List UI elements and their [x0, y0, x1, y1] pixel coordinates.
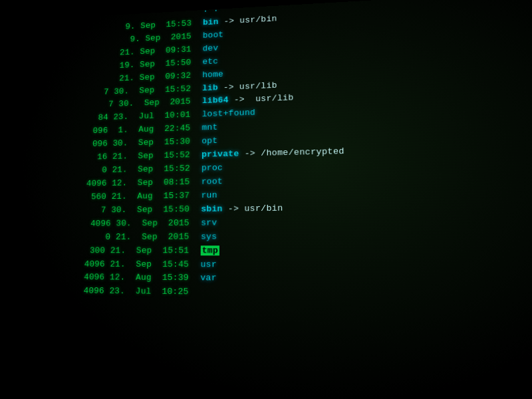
tmp-entry: tmp — [201, 245, 219, 255]
etc-entry: etc — [202, 57, 218, 66]
mnt-entry: mnt — [201, 122, 217, 132]
private-arrow: -> /home/encrypted — [239, 146, 344, 158]
var-entry: var — [200, 273, 217, 283]
line-5-left: 21. Sep 09:32 — [119, 70, 191, 83]
lostfound-entry: lost+found — [202, 108, 256, 119]
bin-entry: bin — [203, 17, 219, 27]
line-21-left: 4096 23. Jul 10:25 — [84, 286, 189, 297]
line-blank-left — [187, 6, 192, 15]
line-1-left: 9. Sep 15:53 — [125, 19, 192, 31]
line-9-left: 096 1. Aug 22:45 — [92, 124, 190, 136]
line-20-left: 4096 12. Aug 15:39 — [84, 273, 189, 283]
bin-arrow: -> usr/bin — [219, 14, 277, 27]
private-entry: private — [201, 149, 239, 160]
lib64-arrow: -> usr/lib — [229, 93, 294, 105]
line-7-left: 7 30. Sep 2015 — [108, 97, 191, 110]
line-13-left: 4096 12. Sep 08:15 — [86, 177, 190, 188]
line-16-left: 4096 30. Sep 2015 — [90, 218, 190, 229]
boot-entry: boot — [203, 30, 224, 41]
line-15-left: 7 30. Sep 15:50 — [101, 204, 190, 215]
dots-line: . . — [203, 4, 219, 14]
line-10-left: 096 30. Sep 15:30 — [92, 137, 190, 149]
sys-entry: sys — [201, 231, 217, 241]
run-entry: run — [201, 190, 217, 200]
line-2-left: 9. Sep 2015 — [130, 31, 192, 44]
terminal-content: 9. Sep 15:53 9. Sep 2015 21. Sep 09:31 1… — [11, 0, 532, 312]
lib64-entry: lib64 — [202, 96, 229, 106]
terminal-screen: 9. Sep 15:53 9. Sep 2015 21. Sep 09:31 1… — [11, 0, 532, 399]
lib-entry: lib — [202, 82, 218, 92]
usr-entry: usr — [200, 259, 217, 269]
line-3-left: 21. Sep 09:31 — [120, 45, 192, 57]
proc-entry: proc — [201, 163, 223, 173]
srv-entry: srv — [201, 217, 217, 227]
line-4-left: 19. Sep 15:50 — [120, 57, 192, 70]
dev-entry: dev — [203, 43, 219, 53]
home-entry: home — [202, 69, 223, 80]
sbin-arrow: -> usr/bin — [223, 203, 283, 214]
line-6-left: 7 30. Sep 15:52 — [104, 84, 191, 96]
right-column: . . bin -> usr/bin boot dev etc home lib… — [194, 0, 532, 304]
sbin-entry: sbin — [201, 204, 222, 214]
left-column: 9. Sep 15:53 9. Sep 2015 21. Sep 09:31 1… — [21, 4, 197, 299]
opt-entry: opt — [201, 136, 217, 146]
line-14-left: 560 21. Aug 15:37 — [91, 191, 190, 201]
line-11-left: 16 21. Sep 15:52 — [97, 150, 190, 162]
line-12-left: 0 21. Sep 15:52 — [102, 164, 190, 175]
root-entry: root — [201, 176, 223, 186]
line-17-left: 0 21. Sep 2015 — [105, 231, 189, 241]
line-19-left: 4096 21. Sep 15:45 — [84, 259, 190, 269]
line-18-left: 300 21. Sep 15:51 — [90, 245, 190, 255]
line-8-left: 84 23. Jul 10:01 — [98, 110, 190, 123]
lib-arrow: -> usr/lib — [218, 80, 277, 92]
